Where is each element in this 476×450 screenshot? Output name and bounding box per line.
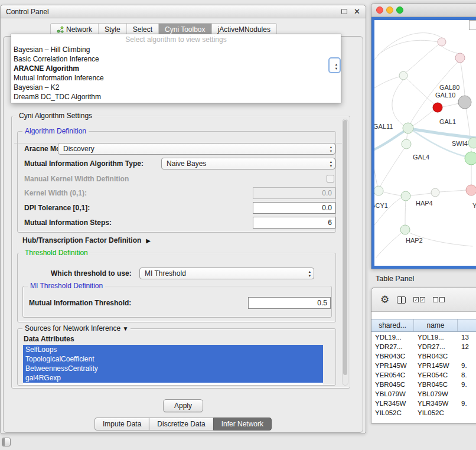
- network-node-label: HAP4: [416, 200, 433, 207]
- collapsed-panel-icon[interactable]: [2, 438, 11, 446]
- table-cell: 13: [458, 332, 476, 342]
- close-traffic-light[interactable]: [376, 6, 383, 14]
- float-window-icon[interactable]: [341, 9, 347, 14]
- algorithm-option-dream8-dc-tdc-algorithm[interactable]: Dream8 DC_TDC Algorithm: [11, 92, 341, 102]
- network-graph: GAL80GAL10GAL11GAL1SWI4GAL4GCY1HAP4HAP2Y: [374, 20, 476, 267]
- bottom-tab-infer-network[interactable]: Infer Network: [213, 418, 272, 431]
- table-row[interactable]: YBR045CYBR045C9.: [371, 380, 476, 389]
- network-node[interactable]: [399, 71, 407, 80]
- column-header[interactable]: shared...: [371, 319, 414, 331]
- table-cell: 9.: [458, 361, 476, 370]
- algorithm-combobox-fragment[interactable]: ▴▾: [328, 57, 341, 73]
- mi-threshold-field[interactable]: 0.5: [248, 297, 331, 309]
- expand-right-icon[interactable]: ▶: [146, 237, 151, 244]
- network-node-label: HAP2: [406, 237, 423, 244]
- table-settings-gear-icon[interactable]: ⚙: [380, 295, 389, 305]
- table-row[interactable]: YBR043CYBR043C: [371, 351, 476, 361]
- network-tab-icon: [57, 26, 64, 33]
- dpi-tolerance-label: DPI Tolerance [0,1]:: [24, 202, 90, 214]
- table-cell: YBR045C: [414, 380, 458, 389]
- apply-button[interactable]: Apply: [163, 399, 203, 412]
- table-row[interactable]: YPR145WYPR145W9.: [371, 361, 476, 370]
- algorithm-option-bayesian-hill-climbing[interactable]: Bayesian – Hill Climbing: [11, 45, 341, 54]
- network-node[interactable]: [466, 185, 476, 195]
- deselect-all-columns-icon[interactable]: [433, 297, 445, 302]
- zoom-traffic-light[interactable]: [396, 6, 403, 14]
- mi-algorithm-type-select[interactable]: Naive Bayes ▴▾: [161, 158, 335, 169]
- network-node[interactable]: [458, 96, 471, 109]
- select-all-columns-icon[interactable]: ✓ ✓: [413, 297, 425, 302]
- network-node[interactable]: [374, 186, 383, 195]
- bottom-tab-impute-data[interactable]: Impute Data: [94, 418, 149, 431]
- table-cell: YER054C: [414, 370, 458, 380]
- which-threshold-select[interactable]: MI Threshold ▴▾: [139, 268, 314, 279]
- network-edge: [439, 190, 466, 192]
- network-node[interactable]: [400, 225, 410, 234]
- dpi-tolerance-field[interactable]: 0.0: [253, 202, 335, 214]
- mi-steps-field[interactable]: 6: [253, 217, 335, 229]
- combo-arrows-icon: ▴▾: [330, 160, 332, 168]
- table-cell: YBR043C: [371, 351, 414, 361]
- network-window-titlebar[interactable]: [371, 4, 476, 17]
- sources-title[interactable]: Sources for Network Inference ▼: [22, 324, 131, 333]
- network-canvas[interactable]: GAL80GAL10GAL11GAL1SWI4GAL4GCY1HAP4HAP2Y: [371, 17, 476, 269]
- table-cell: 9.: [458, 380, 476, 389]
- table-row[interactable]: YDR27...YDR27...12: [371, 342, 476, 351]
- data-attribute-item[interactable]: TopologicalCoefficient: [23, 354, 323, 364]
- network-node[interactable]: [438, 38, 446, 46]
- kernel-width-field: 0.0: [253, 187, 335, 199]
- hub-transcription-factor-section[interactable]: Hub/Transcription Factor Definition ▶: [22, 235, 151, 246]
- table-cell: YIL052C: [371, 408, 414, 418]
- table-row[interactable]: YLR345WYLR345W9.: [371, 399, 476, 408]
- table-cell: YBR045C: [371, 380, 414, 389]
- network-node[interactable]: [401, 191, 410, 201]
- aracne-mode-select[interactable]: Discovery ▴▾: [58, 143, 335, 155]
- network-node[interactable]: [402, 139, 411, 149]
- column-selector-icon[interactable]: [397, 296, 406, 304]
- network-node[interactable]: [455, 53, 465, 63]
- group-title: Cyni Algorithm Settings: [17, 112, 94, 120]
- network-edge: [461, 63, 465, 96]
- scrollbar-thumb[interactable]: [343, 120, 347, 375]
- table-cell: YBL079W: [371, 389, 414, 399]
- table-panel-toolbar: ⚙ ✓ ✓: [371, 288, 476, 312]
- table-cell: [458, 408, 476, 418]
- network-node[interactable]: [403, 123, 413, 133]
- which-threshold-label: Which threshold to use:: [51, 268, 132, 279]
- collapse-down-icon[interactable]: ▼: [122, 325, 128, 332]
- table-cell: YDL19...: [414, 332, 458, 342]
- table-row[interactable]: YBL079WYBL079W: [371, 389, 476, 399]
- data-attribute-item[interactable]: SelfLoops: [23, 345, 323, 354]
- algorithm-option-aracne-algorithm[interactable]: ARACNE Algorithm: [11, 64, 341, 73]
- network-node[interactable]: [433, 103, 442, 112]
- settings-scrollbar[interactable]: [342, 119, 348, 386]
- network-corner-widget[interactable]: [469, 20, 476, 30]
- column-header[interactable]: [458, 319, 476, 331]
- network-node[interactable]: [465, 152, 476, 165]
- network-node[interactable]: [468, 138, 476, 148]
- table-cell: YPR145W: [414, 361, 458, 370]
- close-icon[interactable]: ✕: [354, 8, 360, 15]
- table-cell: 8.: [458, 370, 476, 380]
- table-row[interactable]: YDL19...YDL19...13: [371, 332, 476, 342]
- minimize-traffic-light[interactable]: [386, 6, 393, 14]
- table-cell: 12: [458, 342, 476, 351]
- data-attribute-item[interactable]: gal4RGexp: [23, 373, 323, 383]
- data-attributes-list: SelfLoopsTopologicalCoefficientBetweenne…: [23, 345, 323, 385]
- control-panel-titlebar[interactable]: Control Panel ✕: [1, 5, 366, 18]
- network-view-window: GAL80GAL10GAL11GAL1SWI4GAL4GCY1HAP4HAP2Y: [371, 3, 476, 269]
- network-node-label: Y: [472, 202, 476, 209]
- algorithm-option-mutual-information-inference[interactable]: Mutual Information Inference: [11, 73, 341, 83]
- cyni-algorithm-settings-group: Cyni Algorithm Settings Algorithm Defini…: [11, 116, 350, 389]
- column-header[interactable]: name: [414, 319, 458, 331]
- network-node-label: GAL1: [439, 118, 456, 125]
- bottom-tab-discretize-data[interactable]: Discretize Data: [149, 418, 213, 431]
- network-node[interactable]: [431, 188, 439, 197]
- algorithm-option-bayesian-k2[interactable]: Bayesian – K2: [11, 83, 341, 92]
- table-row[interactable]: YIL052CYIL052C: [371, 408, 476, 418]
- algorithm-option-basic-correlation-inference[interactable]: Basic Correlation Inference: [11, 54, 341, 64]
- network-edge: [442, 103, 458, 107]
- mi-threshold-definition-group: MI Threshold Definition Mutual Informati…: [22, 286, 332, 318]
- table-row[interactable]: YER054CYER054C8.: [371, 370, 476, 380]
- data-attribute-item[interactable]: BetweennessCentrality: [23, 364, 323, 373]
